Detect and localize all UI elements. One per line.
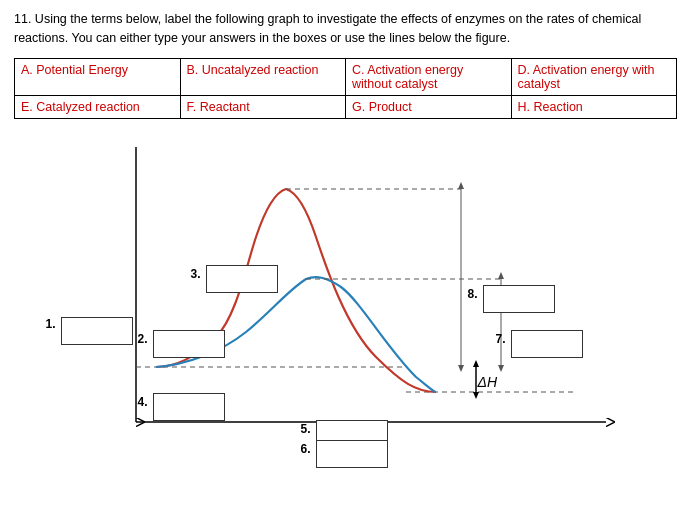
label-3-number: 3. [191,267,201,281]
input-box-6[interactable] [316,440,388,468]
label-8-number: 8. [468,287,478,301]
term-b: B. Uncatalyzed reaction [180,58,346,95]
delta-h-label: ΔH [478,374,498,390]
instructions-text: 11. Using the terms below, label the fol… [14,10,677,48]
label-5-number: 5. [301,422,311,436]
input-box-1[interactable] [61,317,133,345]
svg-marker-5 [473,392,479,399]
term-d: D. Activation energy with catalyst [511,58,677,95]
input-box-7[interactable] [511,330,583,358]
term-h: H. Reaction [511,95,677,118]
terms-table: A. Potential Energy B. Uncatalyzed react… [14,58,677,119]
svg-marker-14 [498,272,504,279]
svg-marker-13 [498,365,504,372]
term-a: A. Potential Energy [15,58,181,95]
input-box-3[interactable] [206,265,278,293]
label-4-number: 4. [138,395,148,409]
term-f: F. Reactant [180,95,346,118]
svg-marker-6 [473,360,479,367]
term-g: G. Product [346,95,512,118]
input-box-8[interactable] [483,285,555,313]
input-box-4[interactable] [153,393,225,421]
label-1-number: 1. [46,317,56,331]
svg-marker-10 [458,182,464,189]
term-c: C. Activation energy without catalyst [346,58,512,95]
term-e: E. Catalyzed reaction [15,95,181,118]
label-7-number: 7. [496,332,506,346]
label-2-number: 2. [138,332,148,346]
graph-svg [46,137,646,457]
label-6-number: 6. [301,442,311,456]
label-1-container: 1. [46,317,118,345]
input-box-2[interactable] [153,330,225,358]
svg-marker-9 [458,365,464,372]
graph-area: 1. 2. 3. 4. 5. 6. 7. 8. ΔH [46,137,646,457]
